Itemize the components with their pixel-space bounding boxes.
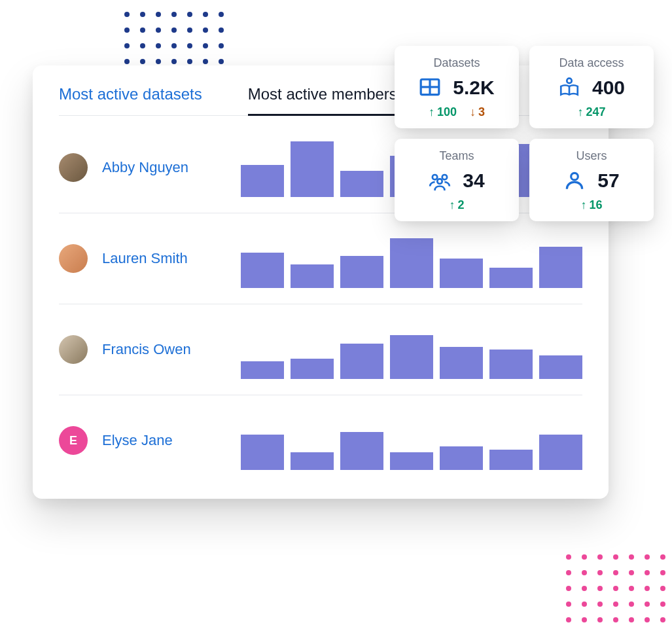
bar xyxy=(241,253,284,288)
stat-main: 400 xyxy=(541,77,642,99)
delta-up: ↑16 xyxy=(580,198,602,212)
avatar xyxy=(59,244,88,273)
grid-icon xyxy=(419,77,441,99)
arrow-down-icon: ↓ xyxy=(470,105,476,118)
group-icon xyxy=(429,170,451,192)
arrow-up-icon: ↑ xyxy=(577,105,583,118)
book-icon xyxy=(558,77,580,99)
arrow-up-icon: ↑ xyxy=(429,105,434,118)
stat-main: 5.2K xyxy=(406,77,507,99)
member[interactable]: EElyse Jane xyxy=(59,426,222,455)
member[interactable]: Abby Nguyen xyxy=(59,153,222,182)
tab-most-active-members[interactable]: Most active members xyxy=(248,85,397,103)
stat-deltas: ↑2 xyxy=(406,198,507,212)
stat-label: Users xyxy=(541,149,642,163)
stat-label: Datasets xyxy=(406,56,507,70)
tab-most-active-datasets[interactable]: Most active datasets xyxy=(59,85,202,103)
bar xyxy=(340,171,383,198)
member[interactable]: Lauren Smith xyxy=(59,244,222,273)
stat-deltas: ↑247 xyxy=(541,105,642,119)
stat-label: Data access xyxy=(541,56,642,70)
bar xyxy=(241,435,284,470)
bar xyxy=(489,350,533,379)
bar xyxy=(241,361,284,379)
bar xyxy=(489,450,533,471)
member-row: Francis Owen xyxy=(59,304,582,395)
avatar xyxy=(59,153,88,182)
stat-value: 5.2K xyxy=(453,77,494,99)
arrow-up-icon: ↑ xyxy=(449,198,455,211)
bar xyxy=(291,452,334,470)
activity-bars xyxy=(241,411,582,470)
stat-card[interactable]: Datasets5.2K↑100↓3 xyxy=(395,46,519,128)
delta-up: ↑2 xyxy=(449,198,464,212)
bar xyxy=(489,268,533,289)
stat-card[interactable]: Teams34↑2 xyxy=(395,139,519,221)
avatar: E xyxy=(59,426,88,455)
stat-main: 57 xyxy=(541,170,642,192)
bar xyxy=(291,141,334,198)
bar xyxy=(390,452,433,470)
bar xyxy=(440,347,483,380)
member[interactable]: Francis Owen xyxy=(59,335,222,364)
decorative-dots-pink xyxy=(566,554,665,622)
stat-value: 57 xyxy=(597,170,619,192)
activity-bars xyxy=(241,320,582,379)
delta-down: ↓3 xyxy=(470,105,485,119)
bar xyxy=(539,355,582,379)
delta-up: ↑247 xyxy=(577,105,605,119)
stat-value: 400 xyxy=(592,77,625,99)
member-row: Lauren Smith xyxy=(59,213,582,304)
member-name[interactable]: Elyse Jane xyxy=(102,432,173,449)
bar xyxy=(390,238,433,289)
bar xyxy=(539,435,582,470)
bar xyxy=(390,335,433,380)
bar xyxy=(539,247,582,288)
stat-deltas: ↑100↓3 xyxy=(406,105,507,119)
activity-bars xyxy=(241,229,582,288)
bar xyxy=(291,264,334,288)
member-name[interactable]: Lauren Smith xyxy=(102,250,188,267)
bar xyxy=(340,256,383,289)
bar xyxy=(340,344,383,379)
delta-up: ↑100 xyxy=(429,105,457,119)
stat-deltas: ↑16 xyxy=(541,198,642,212)
user-icon xyxy=(563,170,586,192)
bar xyxy=(340,432,383,471)
member-name[interactable]: Abby Nguyen xyxy=(102,159,188,176)
bar xyxy=(440,446,483,470)
bar xyxy=(241,165,284,198)
member-name[interactable]: Francis Owen xyxy=(102,341,191,358)
stat-main: 34 xyxy=(406,170,507,192)
member-row: EElyse Jane xyxy=(59,395,582,486)
stat-cards: Datasets5.2K↑100↓3Data access400↑247Team… xyxy=(395,46,654,221)
stat-value: 34 xyxy=(463,170,484,192)
bar xyxy=(440,259,483,288)
stat-card[interactable]: Data access400↑247 xyxy=(529,46,654,128)
bar xyxy=(291,359,334,380)
arrow-up-icon: ↑ xyxy=(580,198,586,211)
avatar xyxy=(59,335,88,364)
stat-card[interactable]: Users57↑16 xyxy=(529,139,654,221)
stat-label: Teams xyxy=(406,149,507,163)
